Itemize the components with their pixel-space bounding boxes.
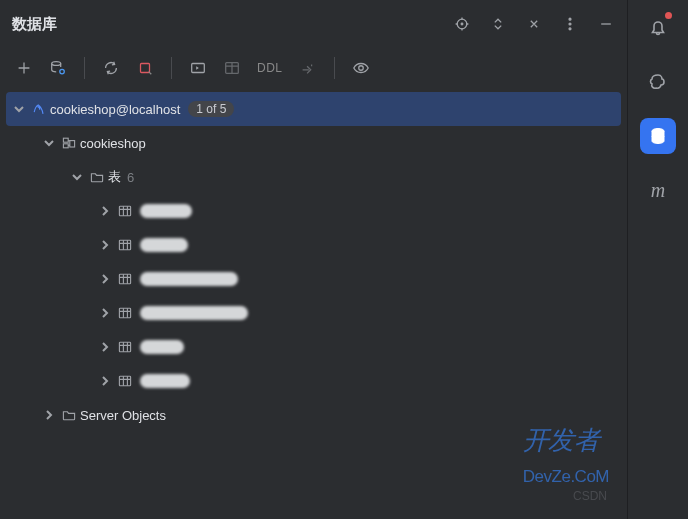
tables-folder-node[interactable]: 表 6	[6, 160, 621, 194]
minimize-icon[interactable]	[597, 15, 615, 33]
watermark-csdn: CSDN	[573, 489, 607, 503]
ai-assistant-button[interactable]	[640, 64, 676, 100]
chevron-right-icon	[96, 307, 114, 319]
connection-label: cookieshop@localhost	[50, 102, 180, 117]
schema-icon	[58, 135, 80, 151]
database-tool-button[interactable]	[640, 118, 676, 154]
table-icon[interactable]	[220, 56, 244, 80]
watermark-large: 开发者 DevZe.CoM	[523, 423, 609, 489]
svg-point-6	[60, 69, 65, 74]
datasource-properties-icon[interactable]	[46, 56, 70, 80]
table-icon	[114, 203, 136, 219]
chevron-down-icon	[68, 171, 86, 183]
chevron-down-icon	[10, 103, 28, 115]
svg-point-4	[569, 28, 571, 30]
folder-icon	[58, 407, 80, 423]
chevron-right-icon	[40, 409, 58, 421]
svg-point-3	[569, 23, 571, 25]
svg-rect-12	[63, 144, 68, 148]
svg-rect-16	[119, 274, 130, 284]
table-icon	[114, 339, 136, 355]
add-button[interactable]	[12, 56, 36, 80]
view-options-icon[interactable]	[349, 56, 373, 80]
redacted-label	[140, 272, 238, 286]
chevron-right-icon	[96, 341, 114, 353]
panel-title: 数据库	[12, 15, 453, 34]
navigate-icon[interactable]	[296, 56, 320, 80]
target-icon[interactable]	[453, 15, 471, 33]
table-icon	[114, 271, 136, 287]
redacted-label	[140, 306, 248, 320]
chevron-right-icon	[96, 205, 114, 217]
connection-badge: 1 of 5	[188, 101, 234, 117]
table-icon	[114, 373, 136, 389]
svg-rect-7	[141, 64, 150, 73]
svg-rect-15	[119, 240, 130, 250]
refresh-icon[interactable]	[99, 56, 123, 80]
separator	[334, 57, 335, 79]
separator	[84, 57, 85, 79]
separator	[171, 57, 172, 79]
chevron-down-icon	[40, 137, 58, 149]
collapse-all-icon[interactable]	[525, 15, 543, 33]
svg-rect-13	[70, 141, 75, 147]
expand-collapse-icon[interactable]	[489, 15, 507, 33]
folder-icon	[86, 169, 108, 185]
table-icon	[114, 237, 136, 253]
ddl-button[interactable]: DDL	[254, 58, 286, 78]
chevron-right-icon	[96, 239, 114, 251]
redacted-label	[140, 374, 190, 388]
svg-point-10	[358, 66, 363, 71]
redacted-label	[140, 204, 192, 218]
notification-dot-icon	[665, 12, 672, 19]
mysql-icon	[28, 101, 50, 117]
svg-point-1	[461, 23, 463, 25]
schema-label: cookieshop	[80, 136, 146, 151]
tables-count: 6	[127, 170, 134, 185]
svg-rect-17	[119, 308, 130, 318]
tables-folder-label: 表	[108, 168, 121, 186]
table-node[interactable]	[6, 364, 621, 398]
redacted-label	[140, 340, 184, 354]
svg-point-5	[52, 62, 61, 66]
console-icon[interactable]	[186, 56, 210, 80]
table-icon	[114, 305, 136, 321]
connection-node[interactable]: cookieshop@localhost 1 of 5	[6, 92, 621, 126]
table-node[interactable]	[6, 296, 621, 330]
svg-rect-18	[119, 342, 130, 352]
maven-tool-button[interactable]: m	[640, 172, 676, 208]
table-node[interactable]	[6, 262, 621, 296]
svg-point-2	[569, 18, 571, 20]
redacted-label	[140, 238, 188, 252]
schema-node[interactable]: cookieshop	[6, 126, 621, 160]
notifications-button[interactable]	[640, 10, 676, 46]
svg-rect-11	[63, 138, 68, 142]
chevron-right-icon	[96, 375, 114, 387]
table-node[interactable]	[6, 330, 621, 364]
table-node[interactable]	[6, 194, 621, 228]
server-objects-label: Server Objects	[80, 408, 166, 423]
svg-rect-19	[119, 376, 130, 386]
stop-icon[interactable]	[133, 56, 157, 80]
svg-rect-14	[119, 206, 130, 216]
chevron-right-icon	[96, 273, 114, 285]
more-icon[interactable]	[561, 15, 579, 33]
table-node[interactable]	[6, 228, 621, 262]
